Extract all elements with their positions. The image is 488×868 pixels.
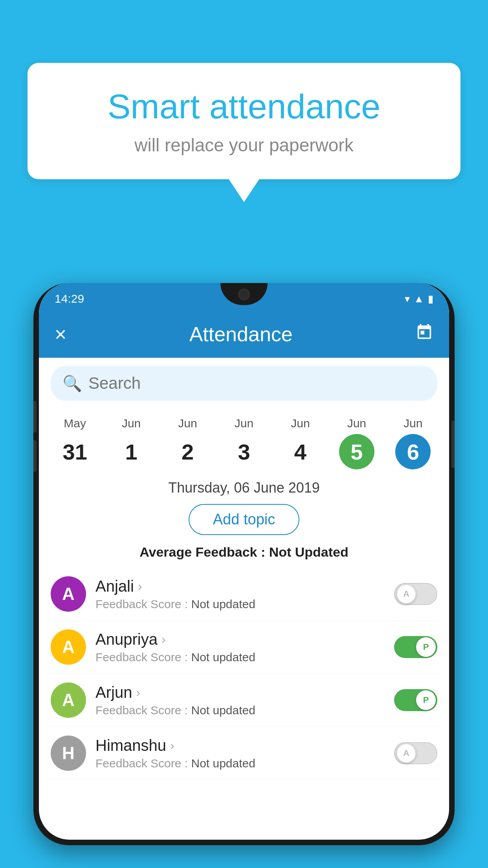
add-topic-section: Add topic xyxy=(39,500,449,541)
student-name: Anjali › xyxy=(95,577,385,595)
date-item[interactable]: Jun2 xyxy=(160,417,216,469)
title-bar: × Attendance xyxy=(55,314,433,358)
avg-feedback-label: Average Feedback : xyxy=(139,544,269,559)
date-day[interactable]: 4 xyxy=(283,434,318,469)
date-day[interactable]: 5 xyxy=(339,434,374,469)
attendance-toggle[interactable]: P xyxy=(394,689,437,711)
student-item[interactable]: AArjun ›Feedback Score : Not updatedP xyxy=(47,674,441,727)
volume-down-button xyxy=(33,440,37,472)
date-day[interactable]: 6 xyxy=(395,434,431,469)
date-day[interactable]: 31 xyxy=(57,434,93,469)
date-item[interactable]: Jun3 xyxy=(216,417,272,469)
student-feedback: Feedback Score : Not updated xyxy=(95,704,385,717)
student-feedback: Feedback Score : Not updated xyxy=(95,651,385,664)
chevron-icon: › xyxy=(170,738,174,753)
avg-feedback-value: Not Updated xyxy=(269,544,349,559)
date-item[interactable]: Jun5 xyxy=(328,417,385,469)
student-item[interactable]: AAnupriya ›Feedback Score : Not updatedP xyxy=(47,621,441,674)
chevron-icon: › xyxy=(161,632,166,647)
chevron-icon: › xyxy=(138,579,142,594)
volume-up-button xyxy=(33,401,37,432)
power-button xyxy=(451,421,455,468)
date-month: May xyxy=(64,417,86,430)
camera xyxy=(238,289,250,300)
date-month: Jun xyxy=(291,417,310,430)
student-item[interactable]: HHimanshu ›Feedback Score : Not updatedA xyxy=(47,727,441,780)
date-day[interactable]: 1 xyxy=(114,434,149,469)
date-day[interactable]: 2 xyxy=(170,434,205,469)
status-time: 14:29 xyxy=(55,292,84,305)
speech-bubble-container: Smart attendance will replace your paper… xyxy=(28,63,460,202)
student-avatar: A xyxy=(51,629,86,665)
signal-icon: ▲ xyxy=(414,293,424,305)
date-item[interactable]: Jun6 xyxy=(385,417,441,469)
close-button[interactable]: × xyxy=(55,322,66,346)
add-topic-button[interactable]: Add topic xyxy=(189,504,299,535)
app-title: Attendance xyxy=(189,322,293,346)
date-selector: May31Jun1Jun2Jun3Jun4Jun5Jun6 xyxy=(39,409,449,473)
attendance-toggle[interactable]: A xyxy=(394,742,437,764)
student-avatar: A xyxy=(51,576,86,612)
speech-bubble-subtitle: will replace your paperwork xyxy=(59,134,429,156)
student-list: AAnjali ›Feedback Score : Not updatedAAA… xyxy=(39,568,449,780)
search-input[interactable] xyxy=(88,374,426,393)
date-month: Jun xyxy=(404,417,422,430)
student-avatar: H xyxy=(51,736,86,771)
wifi-icon: ▾ xyxy=(405,293,410,305)
status-icons: ▾ ▲ ▮ xyxy=(405,293,433,305)
app-screen: 14:29 ▾ ▲ ▮ × Attendance xyxy=(39,283,449,840)
student-info: Anjali ›Feedback Score : Not updated xyxy=(95,577,385,611)
phone-container: 14:29 ▾ ▲ ▮ × Attendance xyxy=(33,283,455,868)
date-month: Jun xyxy=(347,417,366,430)
selected-date-label: Thursday, 06 June 2019 xyxy=(39,473,449,500)
student-name: Himanshu › xyxy=(95,737,385,754)
search-icon: 🔍 xyxy=(62,374,82,393)
date-month: Jun xyxy=(122,417,141,430)
student-info: Arjun ›Feedback Score : Not updated xyxy=(95,684,385,717)
student-name: Arjun › xyxy=(95,684,385,701)
phone-frame: 14:29 ▾ ▲ ▮ × Attendance xyxy=(33,283,455,845)
date-item[interactable]: Jun4 xyxy=(272,417,328,469)
student-name: Anupriya › xyxy=(95,631,385,648)
student-item[interactable]: AAnjali ›Feedback Score : Not updatedA xyxy=(47,568,441,621)
date-item[interactable]: May31 xyxy=(47,417,103,469)
attendance-toggle[interactable]: A xyxy=(394,583,437,605)
date-month: Jun xyxy=(235,417,253,430)
attendance-toggle[interactable]: P xyxy=(394,636,437,658)
student-feedback: Feedback Score : Not updated xyxy=(95,598,385,611)
app-header: 14:29 ▾ ▲ ▮ × Attendance xyxy=(39,283,449,358)
chevron-icon: › xyxy=(136,685,140,700)
search-bar[interactable]: 🔍 xyxy=(51,366,437,401)
date-item[interactable]: Jun1 xyxy=(103,417,159,469)
speech-bubble-title: Smart attendance xyxy=(59,86,429,127)
battery-icon: ▮ xyxy=(428,293,433,305)
student-avatar: A xyxy=(51,682,86,718)
average-feedback: Average Feedback : Not Updated xyxy=(39,541,449,568)
student-info: Anupriya ›Feedback Score : Not updated xyxy=(95,631,385,664)
student-feedback: Feedback Score : Not updated xyxy=(95,757,385,770)
speech-bubble-arrow xyxy=(228,178,260,202)
student-info: Himanshu ›Feedback Score : Not updated xyxy=(95,737,385,770)
date-day[interactable]: 3 xyxy=(226,434,262,469)
speech-bubble: Smart attendance will replace your paper… xyxy=(28,63,460,179)
date-month: Jun xyxy=(178,417,197,430)
calendar-icon[interactable] xyxy=(415,323,433,346)
